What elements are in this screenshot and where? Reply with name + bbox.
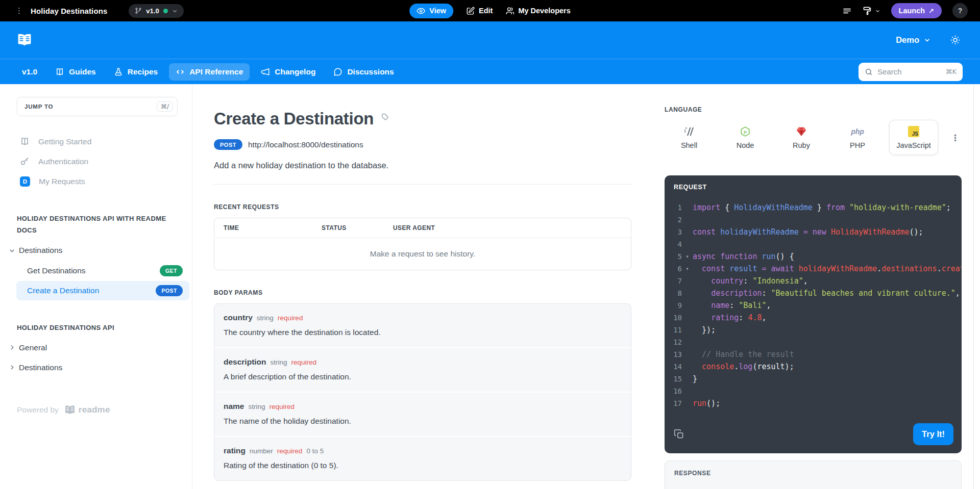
readme-logo-icon[interactable] [17, 34, 32, 47]
code-line: 11 }); [665, 324, 962, 336]
nav-item-v1-0[interactable]: v1.0 [15, 63, 44, 81]
line-number: 6 [665, 263, 682, 275]
node-icon: js [740, 125, 751, 138]
language-php[interactable]: phpPHP [833, 120, 882, 155]
edit-button-label: Edit [479, 7, 493, 15]
project-dropdown-label: Demo [896, 35, 919, 45]
code-text: }); [693, 324, 716, 336]
tag-icon[interactable] [381, 113, 388, 121]
paint-roller-icon [863, 6, 872, 16]
project-dropdown[interactable]: Demo [896, 35, 930, 45]
more-languages-icon[interactable]: ⋮ [949, 133, 962, 143]
param-type: number [250, 447, 273, 455]
appearance-menu[interactable] [863, 6, 880, 16]
sidebar-item-get-destinations[interactable]: Get DestinationsGET [16, 261, 189, 280]
my-developers-button[interactable]: My Developers [505, 7, 570, 15]
sidebar-group-general[interactable]: General [0, 338, 192, 357]
nav-item-changelog[interactable]: Changelog [254, 63, 322, 81]
code-line: 2 [665, 214, 962, 226]
code-text: const result = await holidayWithReadme.d… [693, 263, 962, 275]
chevron-down-icon [172, 8, 178, 14]
edit-button[interactable]: Edit [466, 7, 493, 15]
scrollbar-track[interactable] [973, 84, 974, 489]
nav-item-discussions[interactable]: Discussions [327, 63, 400, 81]
response-panel: RESPONSE [665, 460, 962, 489]
language-ruby[interactable]: Ruby [777, 120, 826, 155]
view-button[interactable]: View [409, 4, 453, 18]
param-row-name[interactable]: namestringrequiredThe name of the holida… [214, 392, 631, 436]
line-number: 5 [665, 250, 682, 263]
theme-toggle[interactable] [950, 35, 961, 45]
fold-caret-icon[interactable]: ▾ [682, 250, 693, 263]
fold-gutter [682, 361, 693, 373]
fold-gutter [682, 299, 693, 312]
php-icon: php [851, 125, 864, 138]
fold-gutter [682, 201, 693, 214]
version-selector[interactable]: v1.0 [129, 4, 183, 18]
sidebar-item-getting-started[interactable]: Getting Started [0, 132, 192, 151]
sidebar-section-title-api: HOLIDAY DESTINATIONS API [17, 322, 172, 333]
chevron-right-icon [9, 344, 15, 351]
param-type: string [249, 403, 265, 410]
param-name: country [224, 313, 253, 322]
code-text: description: "Beautiful beaches and vibr… [693, 287, 960, 299]
sidebar-group-destinations[interactable]: Destinations [0, 357, 192, 377]
code-line: 7 country: "Indonesia", [665, 275, 962, 287]
sidebar-group-destinations[interactable]: Destinations [0, 241, 192, 261]
launch-button[interactable]: Launch ↗ [891, 3, 942, 18]
sidebar-item-authentication[interactable]: Authentication [0, 151, 192, 171]
params-list: countrystringrequiredThe country where t… [214, 303, 631, 481]
param-row-country[interactable]: countrystringrequiredThe country where t… [214, 304, 631, 347]
jump-to-search[interactable]: JUMP TO ⌘/ [17, 97, 178, 116]
doc-navbar: v1.0GuidesRecipesAPI ReferenceChangelogD… [0, 59, 980, 84]
powered-by-prefix: Powered by [17, 405, 59, 415]
search-shortcut: ⌘K [945, 68, 957, 75]
header-right: Demo [896, 35, 961, 45]
line-number: 9 [665, 299, 682, 312]
line-number: 11 [665, 324, 682, 336]
try-it-button[interactable]: Try It! [913, 423, 953, 445]
help-button[interactable]: ? [952, 3, 968, 18]
admin-mode-switcher: View Edit My Developers [409, 0, 571, 21]
page-title: Create a Destination [214, 109, 374, 128]
nav-item-recipes[interactable]: Recipes [107, 63, 164, 81]
code-text: name: "Bali", [693, 299, 771, 312]
fold-caret-icon[interactable]: ▾ [682, 263, 693, 275]
nav-item-api-reference[interactable]: API Reference [169, 63, 250, 81]
language-node[interactable]: jsNode [721, 120, 770, 155]
flask-icon [114, 67, 123, 76]
project-menu-icon[interactable]: ⋮ [15, 7, 23, 15]
svg-text:js: js [743, 130, 747, 134]
nav-item-guides[interactable]: Guides [48, 63, 103, 81]
php-icon: php [851, 127, 864, 136]
param-row-rating[interactable]: ratingnumberrequired0 to 5Rating of the … [214, 436, 631, 480]
line-number: 1 [665, 201, 682, 214]
d-badge-icon: D [20, 176, 30, 187]
sidebar-item-my-requests[interactable]: DMy Requests [0, 171, 192, 191]
nav-item-label: Discussions [347, 67, 394, 76]
language-shell[interactable]: Shell [665, 120, 714, 155]
sidebar-item-create-a-destination[interactable]: Create a DestinationPOST [16, 281, 189, 300]
method-badge-get: GET [160, 265, 183, 276]
content-area: JUMP TO ⌘/ Getting StartedAuthentication… [0, 84, 980, 489]
fold-gutter [682, 373, 693, 385]
destinations-children: Get DestinationsGETCreate a DestinationP… [0, 261, 192, 300]
code-line: 12 [665, 336, 962, 348]
language-javascript[interactable]: JSJavaScript [889, 120, 938, 155]
param-row-description[interactable]: descriptionstringrequiredA brief descrip… [214, 347, 631, 392]
param-required: required [277, 447, 303, 455]
line-number: 7 [665, 275, 682, 287]
powered-by[interactable]: Powered by readme [17, 405, 192, 415]
param-required: required [270, 403, 295, 410]
search-input[interactable]: Search ⌘K [859, 63, 963, 81]
project-title: Holiday Destinations [31, 7, 107, 15]
sidebar-section-title-docs: HOLIDAY DESTINATIONS API WITH README DOC… [17, 213, 172, 237]
hamburger-menu-icon[interactable] [842, 6, 852, 16]
param-range: 0 to 5 [306, 447, 324, 455]
code-line: 15} [665, 373, 962, 385]
language-name: PHP [850, 141, 865, 149]
megaphone-icon [261, 67, 270, 76]
param-type: string [271, 358, 287, 366]
book-icon [20, 137, 30, 146]
copy-code-button[interactable] [674, 429, 684, 440]
